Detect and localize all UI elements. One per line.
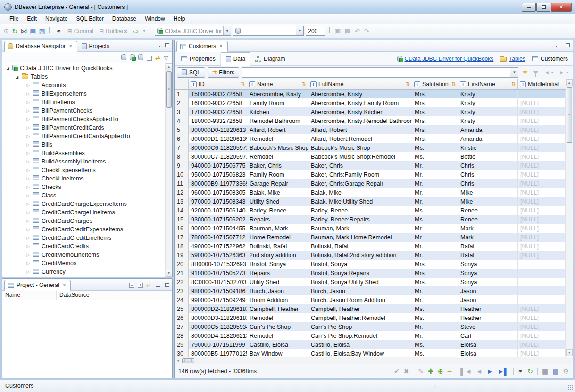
cell[interactable]: Family Room [247,98,308,107]
cell[interactable]: Bolinski, Rafal [247,242,308,251]
cell[interactable]: Ms. [412,206,458,215]
cell[interactable]: 960000-1071508305 [189,188,247,197]
grid-hscrollbar[interactable]: ◄ ❘❘❘ [175,357,573,364]
tree-item-currency[interactable]: ▷Currency [2,268,172,276]
cell[interactable]: Burch, Jason:Room Addition [308,295,412,304]
cell[interactable]: [NULL] [518,251,566,260]
cell[interactable]: [NULL] [518,197,566,206]
cell[interactable]: Allard, Robert [308,125,412,134]
new-sql-editor-icon[interactable]: ▧ [39,27,45,35]
minimize-panel-button[interactable] [155,42,160,47]
cell[interactable]: Abercrombie, Kristy [308,90,412,98]
cell[interactable]: Garage Repair [247,179,308,188]
cell[interactable]: Abercrombie, Kristy:Family Room [308,98,412,107]
cell[interactable]: Ms. [412,349,458,357]
rollback-button[interactable]: ⊟ Rollback [97,27,129,35]
row-number[interactable]: 25 [175,304,189,313]
maximize-editor-button[interactable] [565,42,570,47]
cell[interactable]: Ms. [412,304,458,313]
cell[interactable]: Mrs. [412,134,458,143]
add-row-icon[interactable]: ✚ [428,368,433,375]
row-number[interactable]: 1 [175,90,189,98]
cell[interactable]: Sonya [458,260,518,269]
clear-filter-icon[interactable] [532,71,540,74]
first-row-icon[interactable]: ▌◄ [460,368,472,375]
cell[interactable]: Remodel [247,134,308,143]
discard-icon[interactable]: ▤ [344,27,350,35]
view-menu-icon[interactable]: ▽ [164,55,168,61]
row-number[interactable]: 27 [175,322,189,331]
table-row[interactable]: 25800000D2-1182061810Campbell, HeatherCa… [175,304,573,313]
cell[interactable]: Mr [412,233,458,242]
sort-icon[interactable]: ⇅ [406,81,410,87]
cell[interactable]: Carr's Pie Shop [247,322,308,331]
tree-item-creditcardcreditlineitems[interactable]: ▷CreditCardCreditLineItems [2,234,172,242]
cell[interactable]: [NULL] [518,134,566,143]
cell[interactable]: Mrs. [412,125,458,134]
cell[interactable]: Chris [458,170,518,179]
tree-item-buildassemblies[interactable]: ▷BuildAssemblies [2,149,172,157]
breadcrumb-tables[interactable]: Tables [500,56,525,62]
connect-icon[interactable] [138,54,143,61]
collapsed-icon[interactable]: ▷ [26,219,31,223]
tree-item-checks[interactable]: ▷Checks [2,183,172,191]
cell[interactable] [518,90,566,98]
cell[interactable]: 170000-933272658 [189,107,247,116]
sort-icon[interactable]: ⇅ [451,81,456,87]
cell[interactable]: [NULL] [518,170,566,179]
save-icon[interactable]: ▣ [334,27,341,35]
cell[interactable]: Family Room [247,170,308,179]
cell[interactable]: Mr. [412,331,458,340]
cell[interactable]: 800000D4-1182062138 [189,331,247,340]
row-number[interactable]: 11 [175,179,189,188]
previous-row-icon[interactable]: ◄ [476,368,483,375]
cell[interactable]: Mr [412,224,458,233]
cell[interactable]: Mr. [412,179,458,188]
cell[interactable]: Heather [458,304,518,313]
cell[interactable]: [NULL] [518,116,566,125]
row-number[interactable]: 26 [175,313,189,322]
collapsed-icon[interactable]: ▷ [26,108,31,113]
cell[interactable]: 800000D1-1182061396 [189,134,247,143]
tree-item-billpaymentcreditcards[interactable]: ▷BillPaymentCreditCards [2,123,172,132]
cell[interactable]: Bauman, Mark:Home Remodel [308,233,412,242]
cell[interactable]: Balak, Mike [308,188,412,197]
cell[interactable]: Mrs. [412,90,458,98]
collapsed-icon[interactable]: ▷ [26,236,31,240]
cell[interactable] [518,260,566,269]
cell[interactable]: Chris [458,161,518,170]
cell[interactable]: Jason [458,286,518,295]
record-view-icon[interactable]: ▤ [552,368,558,375]
cell[interactable]: 780000-1071507712 [189,233,247,242]
database-combo[interactable]: ▼ [233,26,304,36]
menu-window[interactable]: Window [141,15,169,23]
collapsed-icon[interactable]: ▷ [26,83,31,88]
table-row[interactable]: 24990000-1071509249Room AdditionBurch, J… [175,295,573,304]
cell[interactable]: 2nd story addition [247,251,308,260]
cell[interactable]: [NULL] [518,152,566,161]
tree-item-creditcardcreditexpenseitems[interactable]: ▷CreditCardCreditExpenseItems [2,225,172,234]
cell[interactable]: Mr. [412,161,458,170]
collapsed-icon[interactable]: ▷ [26,134,31,139]
edit-cell-icon[interactable]: ✎ [418,368,424,375]
table-row[interactable]: 3170000-933272658KitchenAbercrombie, Kri… [175,107,573,116]
restore-button[interactable] [536,3,550,12]
column-header-name[interactable]: TName⇅ [247,79,308,89]
cell[interactable]: Remodel [247,331,308,340]
tree-item-buildassemblylineitems[interactable]: ▷BuildAssemblyLineItems [2,157,172,166]
cell[interactable]: [NULL] [518,161,566,170]
filter-input[interactable]: ▼ [242,67,518,78]
tab-customers-editor[interactable]: Customers ✕ [176,41,228,52]
table-row[interactable]: 12960000-1071508305Balak, MikeBalak, Mik… [175,188,573,197]
cell[interactable] [518,269,566,278]
row-number[interactable]: 22 [175,278,189,286]
table-row[interactable]: 17780000-1071507712Home RemodelBauman, M… [175,233,573,242]
cell[interactable]: [NULL] [518,322,566,331]
row-number[interactable]: 16 [175,224,189,233]
data-transfer-dropdown-icon[interactable]: ▼ [142,29,146,33]
tree-item-creditmemolineitems[interactable]: ▷CreditMemoLineItems [2,251,172,259]
cell[interactable]: [NULL] [518,233,566,242]
row-number[interactable]: 21 [175,269,189,278]
sort-icon[interactable]: ⇅ [511,81,516,87]
cell[interactable]: Burch, Jason [308,286,412,295]
